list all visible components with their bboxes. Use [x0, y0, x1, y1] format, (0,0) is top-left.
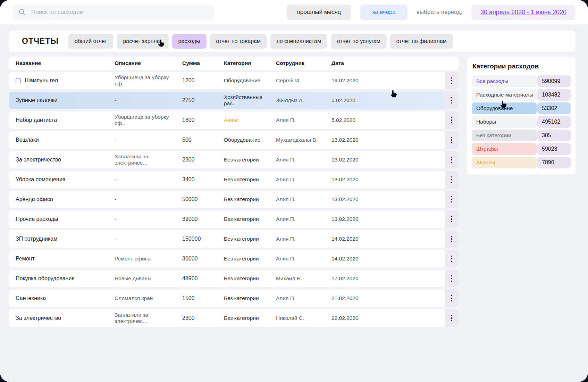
expense-description: Ремонт офиса: [115, 256, 182, 262]
expense-name-cell: Уборка помощения: [16, 176, 115, 183]
expense-date: 5.02.2020: [331, 97, 445, 103]
table-row[interactable]: Аренда офиса-50000Без категорииАлия П.13…: [9, 191, 459, 208]
expense-employee: Алия П.: [276, 295, 331, 301]
report-tab-2[interactable]: расходы: [172, 34, 207, 49]
category-item[interactable]: Расходные материалы103482: [472, 89, 571, 101]
column-header: Описание: [115, 60, 182, 66]
expense-name: ЗП сотрудникам: [16, 236, 57, 242]
expense-name-cell: За электричество: [16, 157, 115, 163]
table-row[interactable]: За электричествоЗаплатили за электричес.…: [9, 151, 459, 168]
kebab-icon: [451, 176, 452, 183]
row-menu-button[interactable]: [445, 72, 459, 89]
category-label: Наборы: [472, 116, 537, 128]
expense-description: Новые диваны: [115, 275, 182, 282]
kebab-icon: [451, 157, 452, 163]
table-row[interactable]: Вешлаки-500ОборудованиеМухамедкалы В.13.…: [9, 131, 459, 149]
search-field[interactable]: [12, 5, 214, 20]
expense-date: 14.02.2020: [331, 256, 445, 262]
report-tab-6[interactable]: отчет по филиалам: [390, 34, 453, 49]
row-menu-button[interactable]: [445, 210, 459, 228]
expense-amount: 2750: [182, 97, 224, 103]
expense-employee: Алия П.: [276, 157, 331, 163]
category-value: 7890: [537, 157, 571, 168]
yesterday-button[interactable]: за вчера: [360, 5, 407, 20]
expense-date: 13.02.2020: [331, 176, 445, 183]
expense-name: Прочие расходы: [16, 216, 58, 222]
report-tab-5[interactable]: отчет по услугам: [331, 34, 387, 49]
expense-category: Без категории: [224, 256, 276, 262]
table-row[interactable]: Шампунь гелУборщиеца за уборку оф..1200О…: [9, 72, 459, 89]
category-item[interactable]: Оборудование53302: [472, 102, 571, 114]
expense-name-cell: Шампунь гел: [16, 77, 115, 84]
row-menu-button[interactable]: [445, 270, 459, 287]
category-label: Без категории: [472, 130, 537, 141]
kebab-icon: [451, 295, 452, 302]
table-row[interactable]: Зубные палочки-2750Хозяйственные рас..Жы…: [9, 92, 459, 109]
expense-name: Покупка оборудования: [16, 275, 75, 282]
kebab-icon: [451, 256, 452, 262]
expense-employee: Мухамедкалы В.: [276, 137, 331, 143]
date-range-picker[interactable]: 30 апрель 2020 - 1 июнь 2020: [471, 5, 576, 20]
expense-amount: 3400: [182, 176, 224, 183]
expense-category: Аванс: [224, 117, 276, 123]
column-header: Сотрудник: [276, 60, 331, 66]
expense-description: -: [115, 137, 182, 143]
kebab-icon: [451, 137, 452, 143]
expense-name: Набор дантиста: [16, 117, 57, 123]
category-item[interactable]: Без категории305: [472, 130, 571, 141]
expense-name-cell: Набор дантиста: [16, 117, 115, 123]
page-title: ОТЧЕТЫ: [22, 36, 59, 46]
select-period-label: выбрать переод:: [417, 9, 462, 16]
category-item[interactable]: Штрафы59023: [472, 143, 571, 155]
kebab-icon: [451, 77, 452, 84]
expense-description: Уборщиеца за уборку оф..: [115, 74, 182, 87]
expense-name: Вешлаки: [16, 137, 39, 143]
table-row[interactable]: Покупка оборудованияНовые диваны48900Без…: [9, 270, 459, 287]
expense-employee: Алия П.: [276, 216, 331, 222]
expense-description: Уборщиеца за уборку оф..: [115, 114, 182, 126]
row-menu-button[interactable]: [445, 151, 459, 168]
expense-category: Без категории: [224, 295, 276, 301]
row-checkbox[interactable]: [16, 78, 21, 83]
categories-panel: Категории расходов Все расходы590099Расх…: [467, 57, 576, 174]
category-label: Авансы: [472, 157, 537, 168]
report-tab-1[interactable]: расчет зарплат: [117, 34, 168, 49]
expense-name: За электричество: [16, 157, 61, 163]
table-row[interactable]: Прочие расходы-39000Без категорииАлия П.…: [9, 210, 459, 228]
table-row[interactable]: ЗП сотрудникам-150000Без категорииАлия П…: [9, 230, 459, 248]
table-row[interactable]: Уборка помощения-3400Без категорииАлия П…: [9, 171, 459, 188]
kebab-icon: [451, 315, 452, 322]
table-row[interactable]: РемонтРемонт офиса30000Без категорииАлия…: [9, 250, 459, 267]
row-menu-button[interactable]: [445, 171, 459, 188]
table-row[interactable]: За электричествоЗаплатили за электричес.…: [9, 309, 459, 327]
expense-date: 19.02.2020: [331, 77, 445, 84]
expense-amount: 1500: [182, 295, 224, 301]
row-menu-button[interactable]: [445, 309, 459, 327]
category-item[interactable]: Авансы7890: [472, 157, 571, 168]
expense-name-cell: Аренда офиса: [16, 196, 115, 202]
row-menu-button[interactable]: [445, 290, 459, 307]
row-menu-button[interactable]: [445, 131, 459, 149]
row-menu-button[interactable]: [445, 111, 459, 129]
category-item[interactable]: Наборы495102: [472, 116, 571, 128]
expense-name: Шампунь гел: [25, 77, 58, 84]
search-input[interactable]: [31, 8, 208, 16]
category-item[interactable]: Все расходы590099: [472, 75, 571, 87]
expense-name: За электричество: [16, 315, 61, 321]
report-tab-4[interactable]: по специалистам: [270, 34, 327, 49]
report-tab-0[interactable]: общий отчет: [68, 34, 113, 49]
expense-category: Без категории: [224, 176, 276, 183]
expense-name-cell: Зубные палочки: [16, 97, 115, 103]
row-menu-button[interactable]: [445, 191, 459, 208]
row-menu-button[interactable]: [445, 230, 459, 248]
category-value: 53302: [537, 102, 571, 114]
expense-name: Уборка помощения: [16, 176, 65, 183]
categories-list: Все расходы590099Расходные материалы1034…: [472, 75, 571, 168]
last-month-button[interactable]: прошлый месяц: [287, 5, 352, 20]
row-menu-button[interactable]: [445, 250, 459, 267]
row-menu-button[interactable]: [445, 92, 459, 109]
topbar: прошлый месяц за вчера выбрать переод: 3…: [0, 0, 588, 24]
table-row[interactable]: СантехникаСломался кран1500Без категории…: [9, 290, 459, 307]
table-row[interactable]: Набор дантистаУборщиеца за уборку оф..18…: [9, 111, 459, 129]
report-tab-3[interactable]: отчет по товарам: [210, 34, 267, 49]
